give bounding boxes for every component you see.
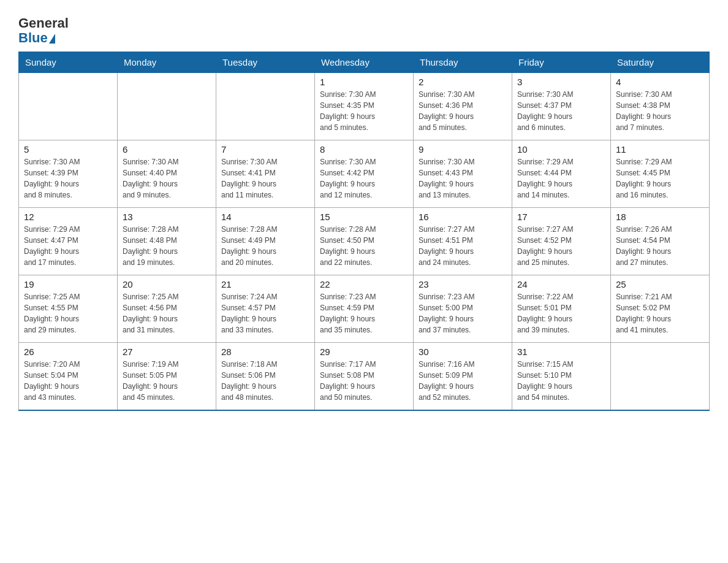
- day-info: Sunrise: 7:30 AMSunset: 4:38 PMDaylight:…: [616, 89, 704, 133]
- column-header-thursday: Thursday: [414, 52, 512, 73]
- calendar-week-2: 5Sunrise: 7:30 AMSunset: 4:39 PMDaylight…: [19, 140, 710, 208]
- column-header-monday: Monday: [118, 52, 216, 73]
- calendar-cell: [19, 73, 118, 140]
- day-info: Sunrise: 7:19 AMSunset: 5:05 PMDaylight:…: [123, 359, 211, 403]
- calendar-cell: [118, 73, 216, 140]
- day-number: 8: [320, 144, 408, 155]
- day-number: 11: [616, 144, 704, 155]
- day-info: Sunrise: 7:27 AMSunset: 4:51 PMDaylight:…: [419, 224, 507, 268]
- calendar-cell: 20Sunrise: 7:25 AMSunset: 4:56 PMDayligh…: [118, 275, 216, 343]
- day-info: Sunrise: 7:28 AMSunset: 4:48 PMDaylight:…: [123, 224, 211, 268]
- calendar-cell: 3Sunrise: 7:30 AMSunset: 4:37 PMDaylight…: [512, 73, 611, 140]
- calendar-cell: 14Sunrise: 7:28 AMSunset: 4:49 PMDayligh…: [216, 208, 315, 275]
- day-info: Sunrise: 7:30 AMSunset: 4:42 PMDaylight:…: [320, 156, 408, 201]
- calendar-cell: 27Sunrise: 7:19 AMSunset: 5:05 PMDayligh…: [118, 343, 216, 410]
- calendar-week-4: 19Sunrise: 7:25 AMSunset: 4:55 PMDayligh…: [19, 275, 710, 343]
- day-info: Sunrise: 7:15 AMSunset: 5:10 PMDaylight:…: [517, 359, 605, 403]
- calendar-cell: 18Sunrise: 7:26 AMSunset: 4:54 PMDayligh…: [611, 208, 710, 275]
- column-header-friday: Friday: [512, 52, 611, 73]
- day-info: Sunrise: 7:26 AMSunset: 4:54 PMDaylight:…: [616, 224, 704, 268]
- calendar-cell: 24Sunrise: 7:22 AMSunset: 5:01 PMDayligh…: [512, 275, 611, 343]
- logo-triangle-icon: [49, 34, 55, 44]
- calendar-week-1: 1Sunrise: 7:30 AMSunset: 4:35 PMDaylight…: [19, 73, 710, 140]
- day-info: Sunrise: 7:20 AMSunset: 5:04 PMDaylight:…: [24, 359, 112, 403]
- day-number: 6: [123, 144, 211, 155]
- day-number: 3: [517, 77, 605, 87]
- column-header-tuesday: Tuesday: [216, 52, 315, 73]
- day-number: 28: [221, 347, 309, 357]
- calendar-cell: 15Sunrise: 7:28 AMSunset: 4:50 PMDayligh…: [315, 208, 414, 275]
- day-info: Sunrise: 7:23 AMSunset: 4:59 PMDaylight:…: [320, 291, 408, 335]
- calendar-cell: 31Sunrise: 7:15 AMSunset: 5:10 PMDayligh…: [512, 343, 611, 410]
- calendar-cell: 10Sunrise: 7:29 AMSunset: 4:44 PMDayligh…: [512, 140, 611, 208]
- calendar-cell: 5Sunrise: 7:30 AMSunset: 4:39 PMDaylight…: [19, 140, 118, 208]
- calendar-cell: 12Sunrise: 7:29 AMSunset: 4:47 PMDayligh…: [19, 208, 118, 275]
- day-info: Sunrise: 7:16 AMSunset: 5:09 PMDaylight:…: [419, 359, 507, 403]
- calendar-cell: 7Sunrise: 7:30 AMSunset: 4:41 PMDaylight…: [216, 140, 315, 208]
- logo: General Blue: [18, 16, 69, 45]
- calendar-week-3: 12Sunrise: 7:29 AMSunset: 4:47 PMDayligh…: [19, 208, 710, 275]
- calendar-cell: 9Sunrise: 7:30 AMSunset: 4:43 PMDaylight…: [414, 140, 512, 208]
- calendar-cell: [216, 73, 315, 140]
- day-number: 16: [419, 212, 507, 222]
- day-info: Sunrise: 7:30 AMSunset: 4:37 PMDaylight:…: [517, 89, 605, 133]
- day-number: 5: [24, 144, 112, 155]
- day-info: Sunrise: 7:30 AMSunset: 4:43 PMDaylight:…: [419, 156, 507, 201]
- day-info: Sunrise: 7:21 AMSunset: 5:02 PMDaylight:…: [616, 291, 704, 335]
- day-info: Sunrise: 7:18 AMSunset: 5:06 PMDaylight:…: [221, 359, 309, 403]
- day-number: 30: [419, 347, 507, 357]
- day-info: Sunrise: 7:23 AMSunset: 5:00 PMDaylight:…: [419, 291, 507, 335]
- calendar-cell: 13Sunrise: 7:28 AMSunset: 4:48 PMDayligh…: [118, 208, 216, 275]
- day-number: 17: [517, 212, 605, 222]
- calendar-cell: 23Sunrise: 7:23 AMSunset: 5:00 PMDayligh…: [414, 275, 512, 343]
- day-info: Sunrise: 7:30 AMSunset: 4:41 PMDaylight:…: [221, 156, 309, 201]
- calendar-cell: 19Sunrise: 7:25 AMSunset: 4:55 PMDayligh…: [19, 275, 118, 343]
- calendar-cell: 29Sunrise: 7:17 AMSunset: 5:08 PMDayligh…: [315, 343, 414, 410]
- column-header-sunday: Sunday: [19, 52, 118, 73]
- day-number: 25: [616, 279, 704, 289]
- day-info: Sunrise: 7:29 AMSunset: 4:47 PMDaylight:…: [24, 224, 112, 268]
- day-info: Sunrise: 7:25 AMSunset: 4:56 PMDaylight:…: [123, 291, 211, 335]
- day-number: 14: [221, 212, 309, 222]
- day-info: Sunrise: 7:22 AMSunset: 5:01 PMDaylight:…: [517, 291, 605, 335]
- calendar-cell: 2Sunrise: 7:30 AMSunset: 4:36 PMDaylight…: [414, 73, 512, 140]
- day-number: 9: [419, 144, 507, 155]
- column-header-saturday: Saturday: [611, 52, 710, 73]
- day-info: Sunrise: 7:24 AMSunset: 4:57 PMDaylight:…: [221, 291, 309, 335]
- calendar-cell: 1Sunrise: 7:30 AMSunset: 4:35 PMDaylight…: [315, 73, 414, 140]
- logo-general-text: General: [18, 16, 69, 31]
- calendar-cell: 4Sunrise: 7:30 AMSunset: 4:38 PMDaylight…: [611, 73, 710, 140]
- day-number: 23: [419, 279, 507, 289]
- calendar-cell: 11Sunrise: 7:29 AMSunset: 4:45 PMDayligh…: [611, 140, 710, 208]
- day-number: 27: [123, 347, 211, 357]
- calendar-cell: 16Sunrise: 7:27 AMSunset: 4:51 PMDayligh…: [414, 208, 512, 275]
- calendar-cell: [611, 343, 710, 410]
- page-header: General Blue: [18, 12, 710, 45]
- day-number: 24: [517, 279, 605, 289]
- day-number: 2: [419, 77, 507, 87]
- calendar-cell: 21Sunrise: 7:24 AMSunset: 4:57 PMDayligh…: [216, 275, 315, 343]
- day-number: 22: [320, 279, 408, 289]
- calendar-cell: 26Sunrise: 7:20 AMSunset: 5:04 PMDayligh…: [19, 343, 118, 410]
- day-number: 21: [221, 279, 309, 289]
- calendar-table: SundayMondayTuesdayWednesdayThursdayFrid…: [18, 52, 710, 411]
- calendar-cell: 6Sunrise: 7:30 AMSunset: 4:40 PMDaylight…: [118, 140, 216, 208]
- logo-blue-text: Blue: [18, 31, 55, 45]
- day-number: 7: [221, 144, 309, 155]
- day-number: 10: [517, 144, 605, 155]
- day-info: Sunrise: 7:27 AMSunset: 4:52 PMDaylight:…: [517, 224, 605, 268]
- day-number: 29: [320, 347, 408, 357]
- day-number: 12: [24, 212, 112, 222]
- day-number: 15: [320, 212, 408, 222]
- calendar-header-row: SundayMondayTuesdayWednesdayThursdayFrid…: [19, 52, 710, 73]
- calendar-cell: 25Sunrise: 7:21 AMSunset: 5:02 PMDayligh…: [611, 275, 710, 343]
- day-info: Sunrise: 7:28 AMSunset: 4:49 PMDaylight:…: [221, 224, 309, 268]
- day-info: Sunrise: 7:28 AMSunset: 4:50 PMDaylight:…: [320, 224, 408, 268]
- day-number: 13: [123, 212, 211, 222]
- column-header-wednesday: Wednesday: [315, 52, 414, 73]
- calendar-cell: 28Sunrise: 7:18 AMSunset: 5:06 PMDayligh…: [216, 343, 315, 410]
- day-number: 26: [24, 347, 112, 357]
- day-info: Sunrise: 7:30 AMSunset: 4:40 PMDaylight:…: [123, 156, 211, 201]
- day-number: 1: [320, 77, 408, 87]
- day-info: Sunrise: 7:30 AMSunset: 4:36 PMDaylight:…: [419, 89, 507, 133]
